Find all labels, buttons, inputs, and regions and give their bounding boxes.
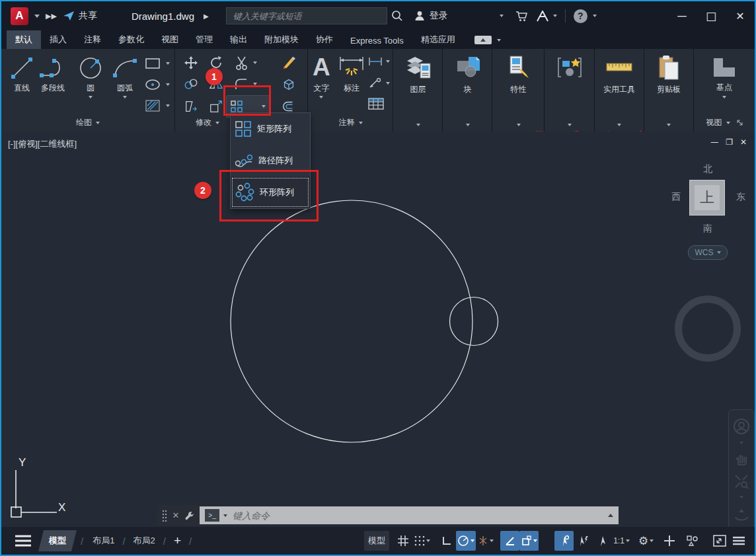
autodesk-logo-icon[interactable] [536, 11, 549, 22]
hatch-tool-button[interactable] [144, 99, 170, 112]
tab-manage[interactable]: 管理 [187, 30, 221, 49]
tab-view[interactable]: 视图 [153, 30, 187, 49]
linear-dim-button[interactable] [368, 57, 390, 66]
tab-output[interactable]: 输出 [221, 30, 256, 49]
snap-caret-icon[interactable] [426, 539, 430, 542]
nav-wheel-caret-icon[interactable] [739, 442, 743, 444]
nav-wheel-icon[interactable] [733, 418, 750, 435]
wcs-button[interactable]: WCS [688, 245, 728, 260]
orbit-icon[interactable] [734, 505, 749, 522]
isodraft-toggle[interactable] [500, 531, 519, 551]
block-panel-caret-icon[interactable] [466, 124, 470, 126]
command-expand-icon[interactable] [608, 514, 613, 517]
utilities-panel-caret-icon[interactable] [617, 124, 621, 126]
copy-tool-button[interactable] [184, 77, 198, 91]
grid-toggle[interactable] [393, 531, 412, 551]
erase-tool-button[interactable] [282, 56, 296, 70]
osnap-tracking-toggle[interactable] [476, 531, 495, 551]
leader-button[interactable] [368, 78, 390, 89]
zoom-caret-icon[interactable] [739, 496, 743, 498]
line-tool-button[interactable]: 直线 [9, 56, 34, 94]
linear-dim-caret-icon[interactable] [386, 60, 390, 63]
polar-tracking-toggle[interactable] [456, 531, 476, 551]
snap-toggle[interactable] [412, 531, 432, 551]
help-search-input[interactable] [232, 11, 381, 22]
help-search-box[interactable] [226, 7, 387, 24]
tab-default[interactable]: 默认 [7, 30, 41, 49]
command-close-icon[interactable]: ✕ [172, 510, 180, 520]
share-button[interactable]: 共享 [63, 10, 97, 22]
tab-model[interactable]: 模型 [38, 530, 77, 551]
block-button[interactable]: 块 [443, 54, 492, 95]
leader-caret-icon[interactable] [386, 82, 390, 85]
workspace-caret-icon[interactable] [650, 539, 654, 542]
minimize-button[interactable]: — [667, 6, 697, 26]
viewcube-east[interactable]: 东 [736, 191, 745, 203]
tab-layout2[interactable]: 布局2 [126, 530, 163, 551]
ribbon-collapse-caret-icon[interactable] [497, 39, 501, 42]
arc-tool-button[interactable]: 圆弧 [111, 56, 139, 99]
help-button[interactable]: ? [574, 9, 587, 23]
utilities-button[interactable]: 实用工具 [595, 54, 644, 95]
tab-collaborate[interactable]: 协作 [307, 30, 342, 49]
tab-layout1[interactable]: 布局1 [85, 530, 122, 551]
qat-expand-icon[interactable]: ▶▶ [46, 12, 57, 20]
app-store-cart-icon[interactable] [515, 11, 528, 22]
panel-launcher-icon[interactable] [737, 120, 743, 126]
panel-title-view[interactable]: 视图 [694, 117, 755, 128]
tab-parametric[interactable]: 参数化 [110, 30, 153, 49]
app-menu-caret-icon[interactable] [34, 15, 40, 18]
object-snap-toggle[interactable] [519, 531, 539, 551]
viewcube-top-face[interactable]: 上 [689, 180, 725, 216]
tab-annotate[interactable]: 注释 [75, 30, 110, 49]
ellipse-caret-icon[interactable] [166, 83, 170, 86]
maximize-button[interactable]: □ [697, 6, 726, 26]
autoscale-toggle[interactable] [574, 531, 593, 551]
command-customize-wrench-icon[interactable] [184, 510, 195, 521]
scale-value-button[interactable]: 1:1 [612, 531, 631, 551]
explode-tool-button[interactable] [282, 77, 296, 91]
hatch-caret-icon[interactable] [166, 104, 170, 107]
osnap-tracking-caret-icon[interactable] [490, 539, 494, 542]
model-space-button[interactable]: 模型 [364, 531, 389, 551]
filename-next-icon[interactable]: ▶ [204, 13, 209, 20]
scale-tool-button[interactable] [209, 99, 223, 114]
ellipse-tool-button[interactable] [144, 78, 170, 91]
tab-addins[interactable]: 附加模块 [256, 30, 307, 49]
trim-caret-icon[interactable] [253, 61, 257, 64]
layout-menu-icon[interactable] [15, 535, 32, 547]
command-input[interactable] [231, 510, 604, 522]
tab-insert[interactable]: 插入 [41, 30, 75, 49]
stretch-tool-button[interactable] [184, 99, 198, 114]
layers-panel-caret-icon[interactable] [416, 124, 420, 126]
circle-flyout-caret-icon[interactable] [89, 96, 93, 99]
close-button[interactable]: ✕ [726, 6, 755, 26]
trim-tool-button[interactable] [233, 56, 259, 70]
arc-flyout-caret-icon[interactable] [123, 96, 127, 99]
panel-title-annotation[interactable]: 注释 [309, 117, 393, 128]
drag-grip-icon[interactable] [162, 510, 167, 522]
viewcube-ring[interactable] [675, 296, 741, 362]
text-caret-icon[interactable] [319, 96, 323, 99]
command-dock-handle[interactable]: ✕ [157, 505, 200, 526]
clipboard-button[interactable]: 剪贴板 [644, 54, 693, 95]
autocad-logo[interactable]: A [11, 7, 28, 25]
rectangle-tool-button[interactable] [144, 57, 170, 70]
clipboard-panel-caret-icon[interactable] [667, 124, 671, 126]
command-prompt-icon[interactable]: >_ [205, 509, 219, 522]
layers-button[interactable]: 图层 [394, 54, 442, 95]
annotation-visibility-toggle[interactable] [554, 531, 574, 551]
zoom-extents-icon[interactable] [734, 473, 749, 489]
groups-button[interactable] [545, 54, 594, 81]
menu-item-rectangular-array[interactable]: 矩形阵列 [231, 113, 310, 145]
sign-in-button[interactable]: 登录 [414, 10, 448, 22]
pan-hand-icon[interactable] [734, 451, 749, 467]
base-caret-icon[interactable] [722, 96, 726, 99]
tab-express-tools[interactable]: Express Tools [342, 32, 412, 49]
search-icon[interactable] [391, 10, 403, 22]
polar-caret-icon[interactable] [471, 539, 474, 542]
rectangle-caret-icon[interactable] [166, 62, 170, 65]
customization-button[interactable] [729, 531, 748, 551]
autodesk-caret-icon[interactable] [553, 15, 557, 17]
annotation-scale-button[interactable] [593, 531, 612, 551]
